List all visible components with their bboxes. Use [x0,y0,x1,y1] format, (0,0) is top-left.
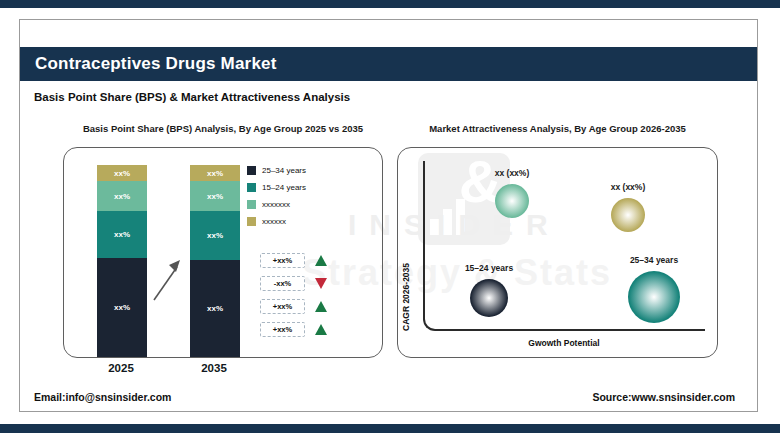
legend-swatch-icon [247,200,256,209]
stacked-bar: xx%xx%xx%xx% [97,165,147,357]
change-badge: +xx% [260,249,327,272]
legend-label: 15–24 years [262,183,306,192]
bar-category-label: 2025 [96,362,146,374]
change-badge-value: -xx% [260,276,305,291]
triangle-up-icon [315,301,327,312]
change-badge: +xx% [260,295,327,318]
bubble [470,279,508,317]
bubble-label: xx (xx%) [495,168,530,178]
bubble [628,271,680,323]
legend-label: xxxxxxx [262,200,290,209]
change-badge-value: +xx% [260,253,305,268]
bottom-accent-strip [0,424,780,433]
trend-arrow-icon [149,254,189,306]
stacked-bar: xx%xx%xx%xx% [190,165,240,357]
bar-segment: xx% [190,165,240,181]
bps-stacked-bar-chart: xx%xx%xx%xx% xx%xx%xx%xx% 25–34 years15–… [63,147,383,358]
change-badge-value: +xx% [260,322,305,337]
triangle-up-icon [315,324,327,335]
x-axis-label: Gwowth Potential [423,338,705,348]
change-badge: +xx% [260,318,327,341]
bar-segment: xx% [97,258,147,357]
bar-segment: xx% [190,260,240,357]
bar-category-label: 2035 [189,362,239,374]
change-badge: -xx% [260,272,327,295]
attractiveness-chart-title: Market Attractiveness Analysis, By Age G… [397,123,718,134]
bar-segment: xx% [97,181,147,211]
bubble [611,198,645,232]
legend-item: 25–34 years [247,162,306,179]
legend-swatch-icon [247,183,256,192]
footer-source: Source:www.snsinsider.com [592,391,735,403]
triangle-up-icon [315,255,327,266]
legend-item: 15–24 years [247,179,306,196]
page-title: Contraceptives Drugs Market [35,54,277,74]
legend-item: xxxxxx [247,213,306,230]
bar-segment: xx% [97,211,147,258]
legend-swatch-icon [247,166,256,175]
bar-legend: 25–34 years15–24 yearsxxxxxxxxxxxxx [247,162,306,230]
page-subtitle: Basis Point Share (BPS) & Market Attract… [34,91,350,103]
legend-label: 25–34 years [262,166,306,175]
bps-chart-title: Basis Point Share (BPS) Analysis, By Age… [63,123,383,134]
infographic-canvas: & INSIDER Strategy & Stats Contraceptive… [0,0,780,433]
bubble-label: 25–34 years [630,255,678,265]
bar-segment: xx% [190,181,240,211]
bar-segment: xx% [97,165,147,181]
bubble-label: xx (xx%) [611,182,646,192]
footer-email: Email:info@snsinsider.com [34,391,171,403]
top-accent-strip [0,0,780,8]
legend-label: xxxxxx [262,217,286,226]
bubble-label: 15–24 years [465,263,513,273]
market-attractiveness-bubble-chart: CAGR 2026-2035 xx (xx%)xx (xx%)15–24 yea… [397,147,718,358]
bubble-plot: xx (xx%)xx (xx%)15–24 years25–34 years [398,148,717,357]
triangle-down-icon [315,278,327,289]
bar-segment: xx% [190,211,240,260]
legend-swatch-icon [247,217,256,226]
change-badges: +xx%-xx%+xx%+xx% [260,249,327,341]
legend-item: xxxxxxx [247,196,306,213]
bubble [495,184,529,218]
title-bar: Contraceptives Drugs Market [20,47,757,81]
change-badge-value: +xx% [260,299,305,314]
